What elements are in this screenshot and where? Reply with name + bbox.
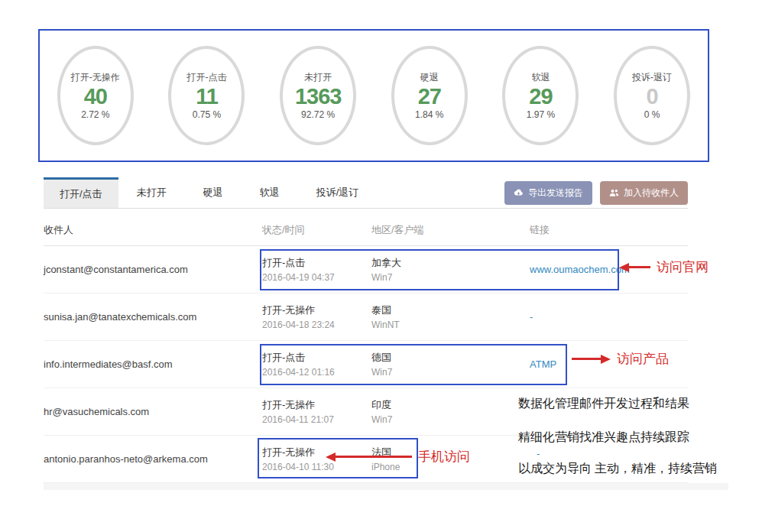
- stat-label: 硬退: [420, 71, 439, 84]
- stat-ellipse: 打开-无操作 40 2.72 %: [57, 46, 134, 145]
- stat-percent: 2.72 %: [81, 109, 109, 120]
- clicked-link[interactable]: ATMP: [530, 358, 556, 370]
- status-text: 打开-点击: [262, 351, 371, 365]
- status-text: 打开-点击: [262, 256, 371, 270]
- stat-open-no-action: 打开-无操作 40 2.72 %: [57, 46, 134, 145]
- link-cell: -: [530, 311, 688, 323]
- stat-complaint-unsubscribe: 投诉-退订 0 0 %: [614, 46, 690, 145]
- stat-label: 软退: [531, 71, 550, 84]
- col-header-recipient: 收件人: [44, 223, 262, 237]
- clicked-link[interactable]: www.oumaochem.com: [530, 264, 630, 275]
- stats-summary-panel: 打开-无操作 40 2.72 % 打开-点击 11 0.75 % 未打开 136…: [38, 29, 709, 162]
- stat-value: 0: [647, 84, 658, 109]
- status-timestamp: 2016-04-12 01:16: [262, 367, 371, 378]
- region-text: 泰国: [371, 303, 530, 317]
- status-time-cell: 打开-无操作 2016-04-10 11:30: [262, 446, 371, 472]
- no-link-dash: -: [530, 311, 533, 323]
- link-cell: www.oumaochem.com: [530, 264, 688, 275]
- recipient-email: sunisa.jan@tanatexchemicals.com: [44, 311, 262, 323]
- client-text: Win7: [371, 367, 530, 378]
- table-row: jconstant@constantamerica.com 打开-点击 2016…: [44, 246, 688, 294]
- stat-label: 未打开: [304, 71, 332, 84]
- tab-unopened[interactable]: 未打开: [118, 177, 185, 208]
- email-report-page: 打开-无操作 40 2.72 % 打开-点击 11 0.75 % 未打开 136…: [0, 0, 775, 532]
- stat-percent: 1.97 %: [527, 109, 555, 120]
- region-text: 法国: [371, 446, 530, 459]
- recipient-email: info.intermediates@basf.com: [44, 358, 262, 370]
- region-client-cell: 法国 iPhone: [371, 446, 530, 472]
- stat-open-click: 打开-点击 11 0.75 %: [168, 46, 245, 145]
- tab-complaint-unsubscribe[interactable]: 投诉/退订: [298, 177, 378, 208]
- add-to-recipients-label: 加入待收件人: [624, 187, 679, 200]
- region-client-cell: 泰国 WinNT: [371, 303, 530, 330]
- col-header-region-client: 地区/客户端: [371, 223, 530, 237]
- region-client-cell: 印度 Win7: [371, 398, 530, 425]
- stat-value: 27: [418, 84, 441, 109]
- status-text: 打开-无操作: [262, 398, 371, 412]
- recipients-table: 收件人 状态/时间 地区/客户端 链接 jconstant@constantam…: [44, 214, 688, 483]
- status-timestamp: 2016-04-11 21:07: [262, 414, 371, 425]
- stat-ellipse: 打开-点击 11 0.75 %: [168, 46, 245, 145]
- stat-ellipse: 软退 29 1.97 %: [502, 46, 579, 145]
- status-timestamp: 2016-04-19 04:37: [262, 272, 371, 283]
- cloud-download-icon: [514, 188, 524, 198]
- users-icon: [609, 188, 619, 198]
- status-time-cell: 打开-无操作 2016-04-11 21:07: [262, 398, 371, 425]
- region-client-cell: 德国 Win7: [371, 351, 530, 378]
- table-footer-strip: [44, 483, 728, 490]
- table-row: antonio.paranhos-neto@arkema.com 打开-无操作 …: [44, 436, 688, 483]
- report-tabbar: 打开/点击 未打开 硬退 软退 投诉/退订 导出发送报告 加入待收件人: [44, 177, 688, 209]
- stat-percent: 92.72 %: [301, 109, 335, 120]
- export-report-button[interactable]: 导出发送报告: [504, 181, 592, 205]
- client-text: iPhone: [371, 462, 530, 472]
- export-report-label: 导出发送报告: [528, 187, 583, 200]
- recipient-email: antonio.paranhos-neto@arkema.com: [44, 453, 262, 465]
- table-row: info.intermediates@basf.com 打开-点击 2016-0…: [44, 341, 688, 388]
- client-text: Win7: [371, 414, 530, 425]
- add-to-recipients-button[interactable]: 加入待收件人: [600, 181, 688, 205]
- stat-soft-bounce: 软退 29 1.97 %: [502, 46, 579, 145]
- stat-value: 40: [84, 84, 107, 109]
- region-text: 德国: [371, 351, 530, 365]
- stat-percent: 1.84 %: [415, 109, 443, 120]
- stat-ellipse: 未打开 1363 92.72 %: [280, 46, 356, 145]
- link-cell: ATMP: [530, 358, 688, 370]
- stat-ellipse: 投诉-退订 0 0 %: [614, 46, 690, 145]
- recipient-email: jconstant@constantamerica.com: [44, 264, 262, 275]
- status-timestamp: 2016-04-10 11:30: [262, 462, 371, 472]
- stat-unopened: 未打开 1363 92.72 %: [280, 46, 356, 145]
- stat-percent: 0.75 %: [193, 109, 221, 120]
- recipient-email: hr@vasuchemicals.com: [44, 406, 262, 417]
- stat-ellipse: 硬退 27 1.84 %: [391, 46, 468, 145]
- table-header: 收件人 状态/时间 地区/客户端 链接: [44, 214, 688, 246]
- region-text: 印度: [371, 398, 530, 412]
- status-text: 打开-无操作: [262, 303, 371, 317]
- stat-percent: 0 %: [644, 109, 660, 120]
- table-row: sunisa.jan@tanatexchemicals.com 打开-无操作 2…: [44, 294, 688, 341]
- region-text: 加拿大: [371, 256, 530, 270]
- stat-value: 29: [529, 84, 552, 109]
- tab-soft-bounce[interactable]: 软退: [242, 177, 298, 208]
- toolbar-buttons: 导出发送报告 加入待收件人: [504, 177, 688, 208]
- table-row: hr@vasuchemicals.com 打开-无操作 2016-04-11 2…: [44, 388, 688, 436]
- stat-label: 投诉-退订: [632, 71, 672, 84]
- client-text: WinNT: [371, 320, 530, 330]
- status-time-cell: 打开-点击 2016-04-19 04:37: [262, 256, 371, 283]
- col-header-status-time: 状态/时间: [262, 223, 371, 237]
- client-text: Win7: [371, 272, 530, 283]
- status-time-cell: 打开-点击 2016-04-12 01:16: [262, 351, 371, 378]
- stat-value: 11: [196, 84, 218, 109]
- tab-hard-bounce[interactable]: 硬退: [185, 177, 242, 208]
- region-client-cell: 加拿大 Win7: [371, 256, 530, 283]
- stat-label: 打开-无操作: [71, 71, 120, 84]
- col-header-link: 链接: [530, 223, 688, 237]
- stat-label: 打开-点击: [186, 71, 226, 84]
- stat-hard-bounce: 硬退 27 1.84 %: [391, 46, 468, 145]
- status-time-cell: 打开-无操作 2016-04-18 23:24: [262, 303, 371, 330]
- tab-open-click[interactable]: 打开/点击: [44, 177, 118, 208]
- stat-value: 1363: [295, 84, 342, 109]
- status-timestamp: 2016-04-18 23:24: [262, 320, 371, 330]
- status-text: 打开-无操作: [262, 446, 371, 459]
